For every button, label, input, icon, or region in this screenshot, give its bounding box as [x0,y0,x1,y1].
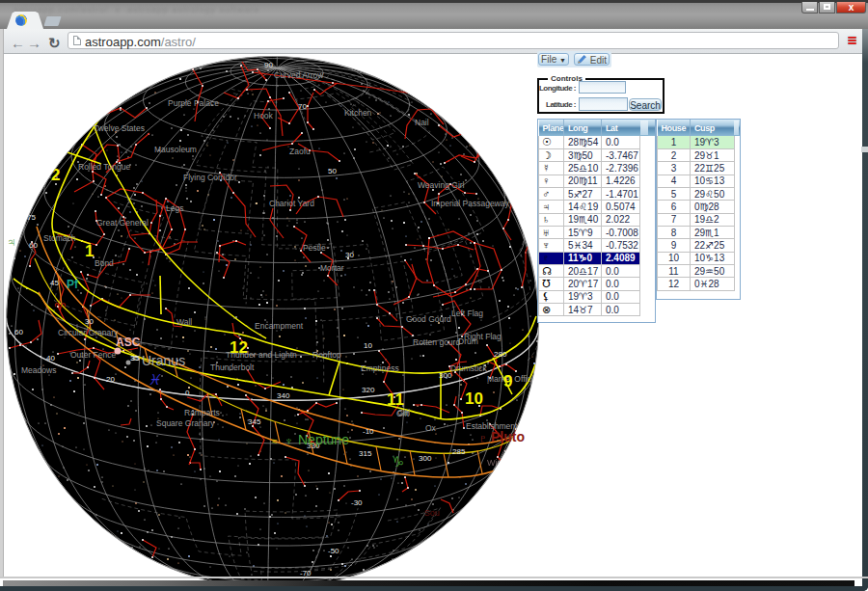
svg-text:Gift: Gift [396,409,410,418]
svg-text:20: 20 [106,375,115,384]
svg-text:300: 300 [419,454,432,463]
svg-text:50: 50 [328,167,337,175]
svg-text:1: 1 [85,242,94,260]
svg-text:Pf: Pf [67,278,79,291]
svg-text:345: 345 [248,417,261,426]
svg-text:ASC: ASC [116,336,141,349]
svg-text:10: 10 [364,341,372,350]
svg-text:Curved Arrow: Curved Arrow [274,70,324,80]
svg-text:Mortar: Mortar [320,263,344,273]
svg-text:60: 60 [14,328,23,336]
svg-text:Uranus: Uranus [142,353,185,368]
svg-text:315: 315 [359,449,372,458]
svg-text:2: 2 [51,166,60,184]
svg-text:Market Officer: Market Officer [487,374,538,384]
svg-text:Twelve States: Twelve States [94,123,145,133]
svg-text:60: 60 [29,241,38,250]
svg-text:-30: -30 [351,498,363,507]
svg-text:75: 75 [27,213,36,222]
svg-text:Ramparts: Ramparts [184,408,220,417]
svg-text:Hook: Hook [254,111,274,121]
svg-text:70: 70 [298,102,307,111]
svg-text:Drum: Drum [458,336,478,346]
svg-text:Square Granary: Square Granary [156,418,215,428]
svg-text:Neptune: Neptune [298,432,349,447]
svg-text:Legs: Legs [166,203,183,213]
svg-text:Winnowing B: Winnowing B [487,458,538,468]
svg-text:Outer Fence: Outer Fence [70,350,117,360]
svg-text:30: 30 [345,251,354,259]
svg-text:♇︎: ♇︎ [478,432,487,445]
svg-text:♈︎: ♈︎ [54,301,66,315]
svg-text:280: 280 [494,350,507,359]
svg-text:340: 340 [277,391,290,400]
svg-text:Emptiness: Emptiness [361,363,399,373]
svg-text:-50: -50 [328,547,339,555]
svg-text:Great General: Great General [96,218,149,228]
svg-text:Mausoleum: Mausoleum [154,145,197,154]
svg-text:Kitchen: Kitchen [344,108,372,118]
svg-text:Imperial Passageway: Imperial Passageway [431,199,510,208]
svg-text:♆︎: ♆︎ [285,435,293,448]
svg-text:Pestle: Pestle [303,243,326,253]
svg-text:Left Flag: Left Flag [451,309,483,318]
svg-text:Meadows: Meadows [21,365,56,375]
svg-text:Wall: Wall [176,317,192,327]
svg-text:Circular Granary: Circular Granary [58,328,119,337]
svg-text:Good Gourd: Good Gourd [406,314,451,324]
svg-text:♓︎: ♓︎ [148,371,161,388]
svg-text:Encampment: Encampment [255,321,304,331]
svg-text:Weaving Girl: Weaving Girl [418,180,465,190]
svg-text:-10: -10 [363,427,374,436]
svg-text:≈: ≈ [272,436,278,446]
svg-text:12: 12 [230,338,248,357]
svg-text:285: 285 [452,447,466,456]
svg-text:Zaofu: Zaofu [289,147,311,156]
svg-text:Bond: Bond [95,258,114,268]
svg-text:Stomach: Stomach [43,233,76,243]
svg-text:0: 0 [185,389,190,397]
svg-text:♃︎: ♃︎ [7,234,16,249]
svg-text:Thunderbolt: Thunderbolt [210,363,255,372]
svg-text:Pluto: Pluto [491,429,525,444]
svg-text:300: 300 [439,371,452,380]
svg-text:10: 10 [465,390,483,408]
svg-text:320: 320 [362,386,375,394]
svg-text:Sou: Sou [424,508,440,518]
svg-text:Nail: Nail [415,118,429,127]
svg-text:Rolled Tongue: Rolled Tongue [78,162,130,172]
svg-text:Chariot Yard: Chariot Yard [269,199,314,208]
svg-text:♑︎: ♑︎ [392,453,404,470]
svg-text:Flying Corridor: Flying Corridor [183,173,237,182]
svg-text:Drumstick: Drumstick [450,363,488,373]
svg-text:Ox: Ox [425,423,437,433]
svg-text:90: 90 [264,61,273,69]
svg-text:30: 30 [85,317,94,326]
svg-text:11: 11 [387,390,404,409]
svg-text:45: 45 [50,279,59,287]
svg-text:Rooftop: Rooftop [312,350,341,360]
svg-text:9: 9 [503,372,512,390]
svg-text:Purple Palace: Purple Palace [168,98,219,108]
svg-text:Rotten gourd: Rotten gourd [413,337,460,347]
svg-text:35: 35 [131,354,140,363]
svg-text:40: 40 [46,354,55,363]
